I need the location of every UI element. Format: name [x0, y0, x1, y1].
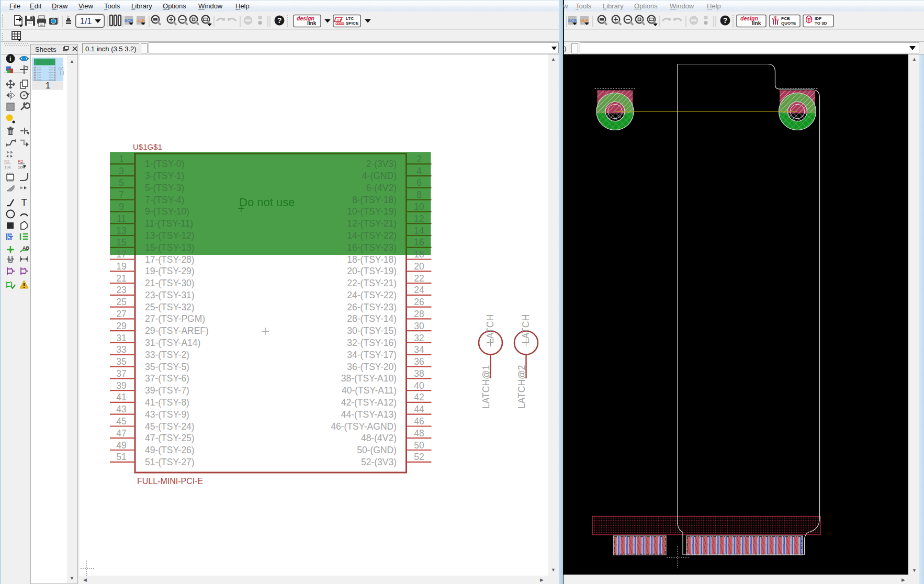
svg-text:LATCH: LATCH — [521, 315, 531, 344]
svg-text:12-(TSY-21): 12-(TSY-21) — [347, 218, 397, 229]
svg-text:21: 21 — [116, 273, 126, 284]
svg-text:19: 19 — [116, 261, 126, 272]
svg-text:38-(TSY-A10): 38-(TSY-A10) — [341, 373, 397, 384]
svg-text:46-(TSY-AGND): 46-(TSY-AGND) — [331, 421, 397, 432]
svg-text:SCR: SCR — [125, 18, 133, 23]
svg-text:6-(4V2): 6-(4V2) — [366, 183, 397, 193]
svg-text:LTC: LTC — [346, 16, 354, 21]
svg-text:2-(3V3): 2-(3V3) — [366, 159, 397, 169]
svg-text:15: 15 — [116, 237, 126, 248]
svg-text:32-(TSY-16): 32-(TSY-16) — [347, 338, 397, 348]
svg-text:43-(TSY-9): 43-(TSY-9) — [145, 409, 189, 420]
svg-text:20-(TSY-19): 20-(TSY-19) — [347, 266, 397, 276]
svg-text:R2: R2 — [18, 159, 24, 164]
svg-text:50-(GND): 50-(GND) — [357, 445, 397, 455]
svg-text:23: 23 — [116, 285, 126, 295]
svg-text:9-(TSY-10): 9-(TSY-10) — [145, 206, 189, 217]
svg-text:R2: R2 — [4, 159, 10, 164]
svg-text:40: 40 — [414, 380, 424, 391]
svg-text:17-(TSY-28): 17-(TSY-28) — [145, 254, 195, 265]
svg-text:29: 29 — [116, 321, 126, 331]
svg-text:25-(TSY-32): 25-(TSY-32) — [145, 302, 195, 312]
svg-text:TO 3D: TO 3D — [815, 21, 827, 26]
svg-text:link: link — [307, 20, 317, 26]
svg-text:26: 26 — [414, 297, 424, 307]
svg-text:4-(GND): 4-(GND) — [362, 171, 397, 181]
svg-text:8: 8 — [416, 189, 422, 200]
svg-text:3-(TSY-1): 3-(TSY-1) — [145, 171, 184, 181]
svg-text:28: 28 — [414, 309, 424, 319]
svg-text:14-(TSY-22): 14-(TSY-22) — [347, 230, 397, 241]
svg-text:37: 37 — [116, 368, 126, 379]
svg-text:37-(TSY-6): 37-(TSY-6) — [145, 373, 189, 384]
svg-text:ULP: ULP — [137, 18, 145, 23]
svg-text:150: 150 — [807, 18, 813, 21]
svg-text:29-(TSY-AREF): 29-(TSY-AREF) — [145, 325, 209, 336]
svg-text:2: 2 — [416, 154, 422, 164]
svg-text:33: 33 — [116, 344, 126, 355]
svg-text:28-(TSY-14): 28-(TSY-14) — [347, 313, 397, 324]
svg-text:SPICE: SPICE — [346, 21, 359, 26]
svg-text:33-(TSY-2): 33-(TSY-2) — [145, 350, 189, 360]
svg-text:3: 3 — [119, 166, 124, 176]
svg-text:32: 32 — [414, 333, 424, 343]
svg-text:51: 51 — [116, 452, 126, 462]
svg-text:45: 45 — [116, 416, 126, 426]
svg-text:LATCH@1: LATCH@1 — [481, 365, 491, 409]
svg-text:?: ? — [277, 16, 282, 25]
svg-text:SCR: SCR — [568, 18, 577, 23]
svg-text:42: 42 — [414, 392, 424, 402]
svg-text:40-(TSY-A11): 40-(TSY-A11) — [342, 385, 397, 396]
svg-text:49: 49 — [116, 440, 126, 451]
svg-text:link: link — [752, 20, 761, 26]
svg-text:15-(TSY-13): 15-(TSY-13) — [145, 242, 195, 253]
svg-text:AB: AB — [22, 245, 29, 251]
svg-text:27: 27 — [116, 309, 126, 319]
svg-text:19-(TSY-29): 19-(TSY-29) — [145, 266, 195, 276]
svg-text:QUOTE: QUOTE — [781, 21, 796, 26]
svg-text:22-(TSY-21): 22-(TSY-21) — [347, 278, 397, 288]
svg-text:5-(TSY-3): 5-(TSY-3) — [145, 183, 184, 193]
svg-text:30: 30 — [414, 321, 424, 331]
svg-text:45-(TSY-24): 45-(TSY-24) — [145, 421, 195, 432]
svg-text:34: 34 — [414, 344, 424, 355]
svg-text:24: 24 — [414, 285, 424, 295]
svg-text:48-(4V2): 48-(4V2) — [361, 433, 397, 443]
svg-text:7: 7 — [119, 189, 124, 200]
svg-text:31-(TSY-A14): 31-(TSY-A14) — [145, 338, 200, 348]
svg-text:LATCH@2: LATCH@2 — [516, 365, 527, 409]
svg-text:39: 39 — [116, 380, 126, 391]
svg-text:35-(TSY-5): 35-(TSY-5) — [145, 362, 189, 372]
svg-text:16: 16 — [414, 237, 424, 248]
svg-text:ULP: ULP — [580, 18, 589, 23]
svg-text:5: 5 — [119, 177, 124, 188]
svg-text:6: 6 — [416, 177, 422, 188]
svg-text:PCB: PCB — [781, 16, 790, 21]
svg-text:10: 10 — [414, 201, 424, 212]
svg-text:LT: LT — [337, 18, 342, 22]
svg-text:10k: 10k — [4, 165, 12, 170]
svg-text:51-(TSY-27): 51-(TSY-27) — [145, 457, 195, 467]
svg-text:52-(3V3): 52-(3V3) — [361, 457, 397, 467]
svg-text:36-(TSY-20): 36-(TSY-20) — [347, 362, 397, 372]
svg-text:42-(TSY-A12): 42-(TSY-A12) — [341, 397, 397, 408]
svg-text:13: 13 — [116, 226, 126, 236]
svg-text:27-(TSY-PGM): 27-(TSY-PGM) — [145, 313, 205, 324]
svg-text:?: ? — [723, 16, 728, 25]
svg-text:47: 47 — [116, 428, 126, 439]
svg-text:47-(TSY-25): 47-(TSY-25) — [145, 433, 195, 443]
svg-text:43: 43 — [116, 404, 126, 414]
svg-text:U$1G$1: U$1G$1 — [133, 142, 162, 151]
svg-text:23-(TSY-31): 23-(TSY-31) — [145, 290, 195, 300]
svg-text:9: 9 — [119, 201, 124, 212]
svg-text:18-(TSY-18): 18-(TSY-18) — [347, 254, 397, 265]
svg-text:i: i — [9, 55, 11, 63]
svg-text:T: T — [21, 197, 27, 208]
svg-text:16-(TSY-23): 16-(TSY-23) — [347, 242, 397, 253]
svg-text:10-(TSY-19): 10-(TSY-19) — [347, 206, 397, 217]
svg-text:52: 52 — [414, 452, 424, 462]
svg-text:49-(TSY-26): 49-(TSY-26) — [145, 445, 195, 455]
svg-text:IDF: IDF — [815, 16, 821, 21]
svg-text:36: 36 — [414, 356, 424, 367]
svg-text:14: 14 — [414, 226, 424, 236]
